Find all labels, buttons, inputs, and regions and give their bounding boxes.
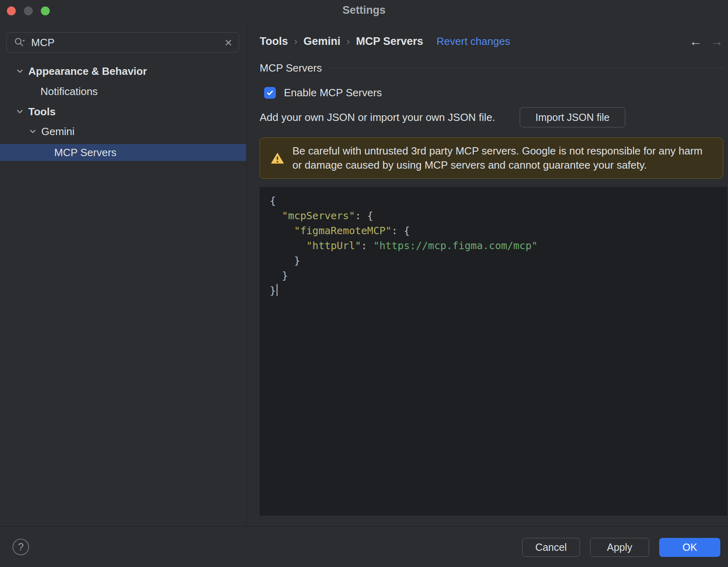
- breadcrumb-gemini[interactable]: Gemini: [303, 35, 341, 48]
- tree-item-appearance-behavior[interactable]: Appearance & Behavior: [0, 62, 246, 80]
- chevron-down-icon: [15, 107, 24, 116]
- section-divider: [330, 68, 724, 68]
- breadcrumb-separator-icon: ›: [347, 36, 350, 47]
- enable-mcp-label: Enable MCP Servers: [284, 87, 382, 99]
- question-icon: ?: [18, 541, 24, 553]
- forward-icon[interactable]: →: [710, 34, 723, 49]
- tree-item-label: Appearance & Behavior: [28, 65, 147, 78]
- warning-banner: Be careful with untrusted 3rd party MCP …: [260, 138, 723, 179]
- tree-item-mcp-servers-selected[interactable]: MCP Servers: [0, 144, 246, 161]
- tree-item-tools[interactable]: Tools: [0, 103, 246, 121]
- back-icon[interactable]: ←: [689, 34, 702, 49]
- search-icon: [13, 36, 25, 49]
- chevron-down-icon: [15, 67, 24, 76]
- import-description: Add your own JSON or import your own JSO…: [260, 111, 495, 124]
- dialog-footer: ? Cancel Apply OK: [0, 526, 728, 567]
- section-title: MCP Servers: [260, 62, 322, 74]
- tree-item-label: Gemini: [41, 125, 74, 138]
- clear-search-icon[interactable]: ×: [224, 36, 232, 49]
- cancel-button[interactable]: Cancel: [522, 538, 580, 557]
- text-caret: [277, 284, 277, 296]
- tree-item-gemini[interactable]: Gemini: [0, 123, 246, 140]
- breadcrumb-separator-icon: ›: [294, 36, 297, 47]
- breadcrumb-mcp-servers[interactable]: MCP Servers: [356, 35, 423, 48]
- code-line: }: [270, 253, 727, 268]
- code-line: {: [270, 193, 727, 208]
- help-button[interactable]: ?: [13, 539, 29, 555]
- window-title: Settings: [0, 4, 728, 17]
- search-input[interactable]: [31, 36, 219, 49]
- code-line: }: [270, 283, 727, 298]
- enable-mcp-row: Enable MCP Servers: [264, 86, 382, 99]
- warning-icon: [271, 151, 284, 165]
- check-icon: [266, 89, 274, 97]
- tree-item-label: MCP Servers: [54, 146, 116, 159]
- json-editor-code: { "mcpServers": { "figmaRemoteMCP": { "h…: [260, 187, 727, 298]
- titlebar: Settings: [0, 0, 728, 22]
- chevron-down-icon: [28, 127, 37, 136]
- json-editor[interactable]: { "mcpServers": { "figmaRemoteMCP": { "h…: [260, 187, 727, 516]
- breadcrumb-tools[interactable]: Tools: [260, 35, 288, 48]
- import-row: Add your own JSON or import your own JSO…: [260, 107, 495, 127]
- tree-item-label: Tools: [28, 106, 55, 118]
- breadcrumb: Tools › Gemini › MCP Servers Revert chan…: [260, 34, 510, 49]
- settings-search-field[interactable]: ×: [6, 32, 239, 53]
- code-line: "figmaRemoteMCP": {: [270, 223, 727, 238]
- ok-button[interactable]: OK: [659, 538, 720, 557]
- code-line: }: [270, 268, 727, 283]
- revert-changes-link[interactable]: Revert changes: [436, 35, 510, 48]
- settings-sidebar: × Appearance & Behavior Notifications To…: [0, 22, 246, 526]
- footer-buttons: Cancel Apply OK: [522, 538, 720, 557]
- warning-text: Be careful with untrusted 3rd party MCP …: [292, 144, 712, 172]
- apply-button[interactable]: Apply: [590, 538, 649, 557]
- code-line: "mcpServers": {: [270, 208, 727, 223]
- section-header: MCP Servers: [260, 61, 724, 75]
- import-json-button[interactable]: Import JSON file: [520, 107, 625, 127]
- tree-item-notifications[interactable]: Notifications: [0, 83, 246, 100]
- code-line: "httpUrl": "https://mcp.figma.com/mcp": [270, 238, 727, 253]
- settings-content: Tools › Gemini › MCP Servers Revert chan…: [247, 22, 728, 526]
- tree-item-label: Notifications: [40, 85, 98, 98]
- enable-mcp-checkbox[interactable]: [264, 87, 276, 99]
